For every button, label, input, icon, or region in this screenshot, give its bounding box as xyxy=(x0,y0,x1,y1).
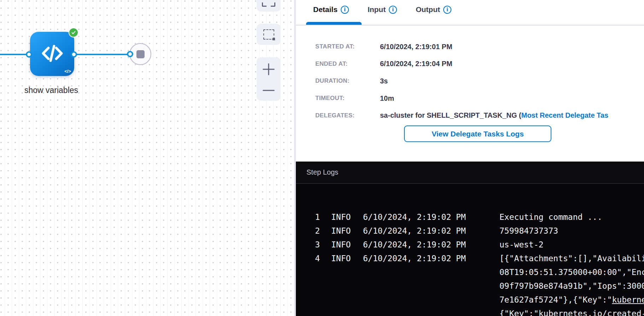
log-message: [{"Attachments":[],"Availabili xyxy=(499,254,644,263)
detail-field-row: ENDED AT: 6/10/2024, 2:19:04 PM xyxy=(315,55,644,73)
log-line-number: 3 xyxy=(313,240,320,249)
step-logs-title: Step Logs xyxy=(306,168,338,176)
end-node-port xyxy=(127,51,133,57)
log-timestamp: 6/10/2024, 2:19:02 PM xyxy=(363,240,466,249)
zoom-out-icon[interactable] xyxy=(263,90,275,91)
tab-input[interactable]: Input xyxy=(368,5,397,14)
details-fields: STARTED AT: 6/10/2024, 2:19:01 PM ENDED … xyxy=(315,38,644,124)
detail-field-label: STARTED AT: xyxy=(315,43,380,50)
zoom-controls[interactable] xyxy=(257,57,281,101)
log-row: 1 INFO 6/10/2024, 2:19:02 PM Executing c… xyxy=(296,210,644,224)
detail-field-label: DURATION: xyxy=(315,77,380,84)
log-timestamp: 6/10/2024, 2:19:02 PM xyxy=(363,254,466,263)
shell-script-type-icon: </> xyxy=(64,69,71,74)
step-logs-header: Step Logs xyxy=(296,162,644,184)
tab-label: Output xyxy=(416,5,440,14)
log-timestamp: 6/10/2024, 2:19:02 PM xyxy=(363,212,466,222)
log-message: Executing command ... xyxy=(499,212,602,222)
tab-label: Details xyxy=(313,5,338,14)
detail-field-value: sa-cluster for SHELL_SCRIPT_TASK_NG (Mos… xyxy=(380,111,608,119)
log-row: 7e1627af5724"},{"Key":"kuberne xyxy=(296,293,644,306)
log-timestamp: 6/10/2024, 2:19:02 PM xyxy=(363,226,466,235)
info-icon[interactable] xyxy=(443,6,451,14)
detail-field-value: 10m xyxy=(380,94,394,103)
details-tabs: Details Input Output xyxy=(296,0,644,19)
pipeline-canvas[interactable]: </> show variables xyxy=(0,0,294,316)
log-body: 1 INFO 6/10/2024, 2:19:02 PM Executing c… xyxy=(296,184,644,316)
tab-details[interactable]: Details xyxy=(313,5,349,14)
pipeline-execution-view: </> show variables xyxy=(0,0,644,316)
log-level: INFO xyxy=(331,226,351,235)
detail-field-row: STARTED AT: 6/10/2024, 2:19:01 PM xyxy=(315,38,644,55)
log-line-number: 2 xyxy=(313,226,320,235)
info-icon[interactable] xyxy=(389,6,397,14)
detail-field-label: ENDED AT: xyxy=(315,60,380,68)
view-delegate-tasks-logs-button[interactable]: View Delegate Tasks Logs xyxy=(404,125,551,142)
log-message-link[interactable]: kuberne xyxy=(612,295,644,304)
marquee-select-button[interactable] xyxy=(257,24,281,45)
step-logs-console[interactable]: Step Logs 1 INFO 6/10/2024, 2:19:02 PM E… xyxy=(296,162,644,316)
log-row: 3 INFO 6/10/2024, 2:19:02 PM us-west-2 xyxy=(296,238,644,251)
stop-icon xyxy=(136,50,145,58)
marquee-select-icon xyxy=(263,29,274,40)
log-row: 2 INFO 6/10/2024, 2:19:02 PM 75998473737… xyxy=(296,224,644,238)
log-level: INFO xyxy=(331,254,351,263)
detail-field-value: 3s xyxy=(380,77,388,85)
code-icon xyxy=(39,40,66,69)
step-details-panel: Details Input Output STARTED AT: 6/10/20… xyxy=(296,0,644,162)
detail-field-row: DELEGATES: sa-cluster for SHELL_SCRIPT_T… xyxy=(315,107,644,124)
log-row: 4 INFO 6/10/2024, 2:19:02 PM [{"Attachme… xyxy=(296,251,644,265)
detail-field-row: TIMEOUT: 10m xyxy=(315,90,644,107)
success-check-icon xyxy=(69,28,78,37)
detail-field-row: DURATION: 3s xyxy=(315,72,644,90)
node-output-port xyxy=(71,51,77,58)
log-level: INFO xyxy=(331,240,351,249)
log-row: {"Key":"kubernetes.io/created- xyxy=(296,306,644,316)
step-node-show-variables[interactable]: </> xyxy=(30,32,74,76)
log-message: 7e1627af5724"},{"Key":"kuberne xyxy=(499,295,644,304)
log-line-number: 4 xyxy=(313,254,320,263)
log-row: 09f797b98e874a91b","Iops":3000 xyxy=(296,279,644,293)
log-message: 08T19:05:51.375000+00:00","Enc xyxy=(499,268,644,277)
node-label: show variables xyxy=(0,86,108,95)
tabs-divider xyxy=(296,25,644,25)
fit-to-screen-button[interactable] xyxy=(257,0,281,12)
log-message: 09f797b98e874a91b","Iops":3000 xyxy=(499,281,644,291)
detail-field-label: DELEGATES: xyxy=(315,112,380,119)
log-message: 759984737373 xyxy=(499,226,558,235)
tab-output[interactable]: Output xyxy=(416,5,451,14)
log-level: INFO xyxy=(331,212,351,222)
info-icon[interactable] xyxy=(341,6,349,14)
tab-label: Input xyxy=(368,5,386,14)
detail-field-value: 6/10/2024, 2:19:01 PM xyxy=(380,43,452,51)
delegate-selection-logs-link[interactable]: Most Recent Delegate Tas xyxy=(521,111,608,119)
detail-field-label: TIMEOUT: xyxy=(315,95,380,102)
detail-field-value: 6/10/2024, 2:19:04 PM xyxy=(380,60,452,68)
zoom-in-icon[interactable] xyxy=(263,64,275,75)
log-message: {"Key":"kubernetes.io/created- xyxy=(499,309,644,316)
fit-to-screen-icon xyxy=(262,2,275,7)
log-row: 08T19:05:51.375000+00:00","Enc xyxy=(296,265,644,279)
log-line-number: 1 xyxy=(313,212,320,222)
node-input-port xyxy=(26,51,32,58)
log-message: us-west-2 xyxy=(499,240,544,249)
